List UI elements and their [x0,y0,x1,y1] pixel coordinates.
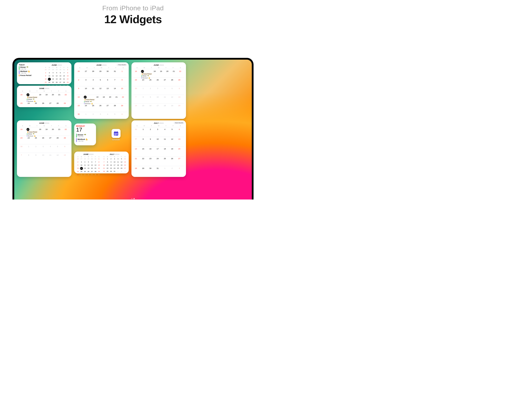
day-cell: 3 [155,127,162,137]
widget-month-next[interactable]: Next Month JULY2024 SMTWTFS 301234567891… [132,120,186,177]
day-cell: 3 [87,173,90,176]
day-cell: 20 [123,164,127,167]
day-cell: 28 [133,166,141,176]
day-cell: 26 [76,157,80,161]
day-cell: 10 [155,137,162,147]
day-cell: 12 [170,137,177,147]
ipad-screen: TODAY Dinner 🥗6:00 PM Workout 💪7:00 PM F… [14,60,252,200]
day-cell: 19 [120,164,123,167]
day-cell: 6 [177,127,184,137]
day-cell: 12 [55,153,62,161]
day-cell: 7 [94,161,97,164]
day-cell: 5 [87,161,90,164]
day-cell: 6 [123,157,127,161]
day-cell: 1 [116,170,120,173]
day-cell: 1 [66,68,70,71]
headings: From iPhone to iPad 12 Widgets [102,4,164,26]
day-cell: 20 [177,103,184,112]
day-cell: 25 [162,156,170,166]
day-cell: 15 [141,147,148,156]
widget-month-this[interactable]: This Month JUNE2024 SMTWTFS 262728293031… [74,62,129,119]
tag-this-month: This Month [117,64,127,66]
day-cell: 30 [76,112,83,120]
widget-two-months[interactable]: JUNE2024 SMTWTFS 26272829303112345678910… [74,152,129,174]
day-cell: 7 [112,77,120,86]
day-cell: 30 [76,173,80,176]
day-cell: 22 [120,95,127,103]
day-number: 17 [76,127,94,133]
day-cell: 8 [120,77,127,86]
mini-calendar-june: JUNE2024 SMTWTFS 26272829303112345678910… [44,64,70,83]
day-cell: 22 [106,167,109,170]
day-cell: 28 [102,170,106,173]
day-cell: 17 [113,164,116,167]
day-cell: 7 [102,161,106,164]
day-cell: 4 [83,161,87,164]
day-cell: 20 [165,69,171,77]
day-cell: 27 [83,69,90,77]
day-cell: 22 [97,167,101,170]
day-cell: 10 [113,161,116,164]
day-cell: 6 [58,71,62,74]
widget-week-strip-june[interactable]: JUNE2024 SMTWTFS 1617 Focus Period Dinne… [17,86,71,107]
day-cell: 7 [62,71,66,74]
day-cell: 17 [155,147,162,156]
day-cell: 31 [94,157,97,161]
day-cell: 3 [83,77,90,86]
day-cell: 17 Focus Period Dinner 🥗 Workout 💪 [25,127,38,135]
day-cell: 10 [80,164,83,167]
day-cell: 26 [170,156,177,166]
day-cell: 1 [141,127,148,137]
widget-day-today[interactable]: MONDAY 17 Dinner 🥗6:00 PM Workout 💪7:00 … [74,123,96,145]
day-cell: 29 [66,81,70,84]
widget-month-june[interactable]: JUNE2024 SMTWTFS 1617 Focus Period Dinne… [132,62,186,119]
day-cell: 14 [102,164,106,167]
day-cell: 2 [76,77,83,86]
day-cell: 27 [123,167,127,170]
day-cell: 15 [141,103,148,112]
day-cell: 5 [120,157,123,161]
day-cell: 13 [90,164,94,167]
widget-today-mini-month[interactable]: TODAY Dinner 🥗6:00 PM Workout 💪7:00 PM F… [17,62,71,84]
page-indicator[interactable] [132,198,134,199]
day-cell: 18 [152,69,158,77]
day-cell: 3 [80,161,83,164]
day-cell: 6 [105,77,112,86]
day-cell: 28 [170,77,177,86]
app-scheduler[interactable]: Scheduler [112,129,120,141]
day-cell: 29 [141,166,148,176]
day-cell: 3 [113,157,116,161]
day-cell: 18 [83,167,87,170]
day-cell: 29 [97,170,101,173]
day-cell: 25 [83,170,87,173]
day-cell: 22 [63,92,70,101]
day-cell: 2 [170,166,177,176]
day-cell: 9 [109,161,113,164]
svg-rect-13 [115,135,116,135]
widget-month-june-tall[interactable]: JUNE2024 SMTWTFS 1617 Focus Period Dinne… [17,120,71,177]
day-cell: 27 [162,77,170,86]
day-cell: 15 [97,164,101,167]
day-cell: 14 [133,103,141,112]
day-cell: 20 [108,95,114,103]
day-cell: 19 [55,77,59,81]
calendar-icon [112,129,120,138]
subtitle: From iPhone to iPad [102,4,164,12]
day-cell: 16 [133,69,140,77]
day-cell: 1 [97,157,101,161]
day-cell: 30 [133,86,141,95]
day-cell: 29 [120,103,127,112]
day-cell: 2 [90,112,98,120]
day-cell: 23 [44,81,48,84]
day-cell: 28 [62,81,66,84]
day-cell: 26 [87,170,90,173]
app-label: Scheduler [112,139,120,141]
day-cell: 25 [148,77,155,86]
day-cell: 30 [19,144,26,153]
day-cell: 10 [155,95,162,103]
day-cell: 22 [66,77,70,81]
day-cell: 18 [95,95,101,103]
day-cell: 16 [109,164,113,167]
svg-rect-4 [115,133,115,134]
day-cell: 7 [19,153,26,161]
